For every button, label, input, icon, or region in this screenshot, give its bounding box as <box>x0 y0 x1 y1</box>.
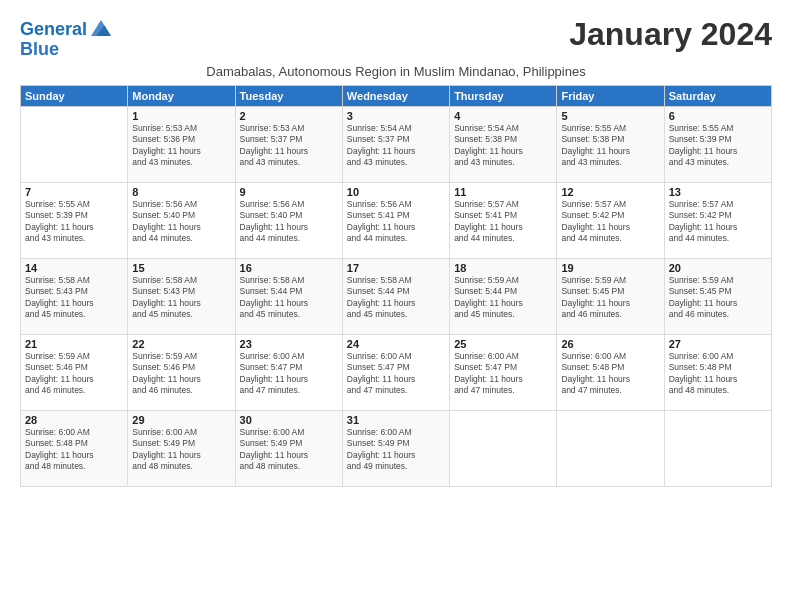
day-number: 24 <box>347 338 445 350</box>
calendar-cell: 17Sunrise: 5:58 AM Sunset: 5:44 PM Dayli… <box>342 258 449 334</box>
day-number: 30 <box>240 414 338 426</box>
day-info: Sunrise: 5:57 AM Sunset: 5:42 PM Dayligh… <box>561 199 659 245</box>
calendar-cell: 14Sunrise: 5:58 AM Sunset: 5:43 PM Dayli… <box>21 258 128 334</box>
day-number: 13 <box>669 186 767 198</box>
logo-text2: Blue <box>20 40 111 60</box>
day-number: 2 <box>240 110 338 122</box>
day-info: Sunrise: 5:56 AM Sunset: 5:40 PM Dayligh… <box>240 199 338 245</box>
day-number: 11 <box>454 186 552 198</box>
day-info: Sunrise: 5:53 AM Sunset: 5:37 PM Dayligh… <box>240 123 338 169</box>
week-row-2: 7Sunrise: 5:55 AM Sunset: 5:39 PM Daylig… <box>21 182 772 258</box>
week-row-3: 14Sunrise: 5:58 AM Sunset: 5:43 PM Dayli… <box>21 258 772 334</box>
day-number: 10 <box>347 186 445 198</box>
day-info: Sunrise: 5:59 AM Sunset: 5:46 PM Dayligh… <box>25 351 123 397</box>
day-number: 21 <box>25 338 123 350</box>
logo-text: General <box>20 20 87 40</box>
day-info: Sunrise: 5:59 AM Sunset: 5:45 PM Dayligh… <box>561 275 659 321</box>
day-info: Sunrise: 6:00 AM Sunset: 5:47 PM Dayligh… <box>454 351 552 397</box>
day-info: Sunrise: 6:00 AM Sunset: 5:48 PM Dayligh… <box>669 351 767 397</box>
day-info: Sunrise: 5:55 AM Sunset: 5:39 PM Dayligh… <box>25 199 123 245</box>
header-row: Sunday Monday Tuesday Wednesday Thursday… <box>21 85 772 106</box>
day-number: 23 <box>240 338 338 350</box>
day-number: 16 <box>240 262 338 274</box>
day-info: Sunrise: 6:00 AM Sunset: 5:49 PM Dayligh… <box>240 427 338 473</box>
day-info: Sunrise: 5:58 AM Sunset: 5:43 PM Dayligh… <box>25 275 123 321</box>
calendar-cell: 24Sunrise: 6:00 AM Sunset: 5:47 PM Dayli… <box>342 334 449 410</box>
calendar-cell: 5Sunrise: 5:55 AM Sunset: 5:38 PM Daylig… <box>557 106 664 182</box>
col-saturday: Saturday <box>664 85 771 106</box>
calendar-cell: 29Sunrise: 6:00 AM Sunset: 5:49 PM Dayli… <box>128 410 235 486</box>
day-number: 27 <box>669 338 767 350</box>
month-title: January 2024 <box>569 16 772 53</box>
logo: General Blue <box>20 20 111 60</box>
calendar-cell: 8Sunrise: 5:56 AM Sunset: 5:40 PM Daylig… <box>128 182 235 258</box>
header: General Blue January 2024 <box>20 16 772 60</box>
calendar-cell: 20Sunrise: 5:59 AM Sunset: 5:45 PM Dayli… <box>664 258 771 334</box>
calendar-cell: 16Sunrise: 5:58 AM Sunset: 5:44 PM Dayli… <box>235 258 342 334</box>
col-monday: Monday <box>128 85 235 106</box>
day-info: Sunrise: 6:00 AM Sunset: 5:48 PM Dayligh… <box>25 427 123 473</box>
day-number: 9 <box>240 186 338 198</box>
calendar-cell: 25Sunrise: 6:00 AM Sunset: 5:47 PM Dayli… <box>450 334 557 410</box>
col-friday: Friday <box>557 85 664 106</box>
calendar-cell: 28Sunrise: 6:00 AM Sunset: 5:48 PM Dayli… <box>21 410 128 486</box>
day-number: 6 <box>669 110 767 122</box>
day-info: Sunrise: 5:58 AM Sunset: 5:43 PM Dayligh… <box>132 275 230 321</box>
calendar-cell: 12Sunrise: 5:57 AM Sunset: 5:42 PM Dayli… <box>557 182 664 258</box>
calendar-cell: 27Sunrise: 6:00 AM Sunset: 5:48 PM Dayli… <box>664 334 771 410</box>
col-thursday: Thursday <box>450 85 557 106</box>
day-info: Sunrise: 5:55 AM Sunset: 5:39 PM Dayligh… <box>669 123 767 169</box>
day-info: Sunrise: 5:59 AM Sunset: 5:44 PM Dayligh… <box>454 275 552 321</box>
calendar-cell: 6Sunrise: 5:55 AM Sunset: 5:39 PM Daylig… <box>664 106 771 182</box>
calendar-cell: 19Sunrise: 5:59 AM Sunset: 5:45 PM Dayli… <box>557 258 664 334</box>
calendar-cell: 30Sunrise: 6:00 AM Sunset: 5:49 PM Dayli… <box>235 410 342 486</box>
day-info: Sunrise: 5:58 AM Sunset: 5:44 PM Dayligh… <box>347 275 445 321</box>
calendar-table: Sunday Monday Tuesday Wednesday Thursday… <box>20 85 772 487</box>
calendar-cell: 21Sunrise: 5:59 AM Sunset: 5:46 PM Dayli… <box>21 334 128 410</box>
calendar-cell: 10Sunrise: 5:56 AM Sunset: 5:41 PM Dayli… <box>342 182 449 258</box>
calendar-cell <box>450 410 557 486</box>
day-number: 31 <box>347 414 445 426</box>
day-number: 17 <box>347 262 445 274</box>
day-info: Sunrise: 5:58 AM Sunset: 5:44 PM Dayligh… <box>240 275 338 321</box>
col-wednesday: Wednesday <box>342 85 449 106</box>
calendar-cell: 13Sunrise: 5:57 AM Sunset: 5:42 PM Dayli… <box>664 182 771 258</box>
day-number: 29 <box>132 414 230 426</box>
day-info: Sunrise: 5:59 AM Sunset: 5:45 PM Dayligh… <box>669 275 767 321</box>
day-info: Sunrise: 6:00 AM Sunset: 5:48 PM Dayligh… <box>561 351 659 397</box>
day-number: 8 <box>132 186 230 198</box>
day-number: 18 <box>454 262 552 274</box>
day-info: Sunrise: 5:53 AM Sunset: 5:36 PM Dayligh… <box>132 123 230 169</box>
day-number: 7 <box>25 186 123 198</box>
day-info: Sunrise: 6:00 AM Sunset: 5:49 PM Dayligh… <box>132 427 230 473</box>
day-number: 12 <box>561 186 659 198</box>
day-info: Sunrise: 5:57 AM Sunset: 5:42 PM Dayligh… <box>669 199 767 245</box>
week-row-1: 1Sunrise: 5:53 AM Sunset: 5:36 PM Daylig… <box>21 106 772 182</box>
calendar-cell: 2Sunrise: 5:53 AM Sunset: 5:37 PM Daylig… <box>235 106 342 182</box>
calendar-cell: 31Sunrise: 6:00 AM Sunset: 5:49 PM Dayli… <box>342 410 449 486</box>
day-info: Sunrise: 5:57 AM Sunset: 5:41 PM Dayligh… <box>454 199 552 245</box>
calendar-cell <box>557 410 664 486</box>
calendar-cell: 18Sunrise: 5:59 AM Sunset: 5:44 PM Dayli… <box>450 258 557 334</box>
calendar-cell: 3Sunrise: 5:54 AM Sunset: 5:37 PM Daylig… <box>342 106 449 182</box>
day-info: Sunrise: 5:54 AM Sunset: 5:38 PM Dayligh… <box>454 123 552 169</box>
day-info: Sunrise: 5:56 AM Sunset: 5:41 PM Dayligh… <box>347 199 445 245</box>
logo-icon <box>91 18 111 38</box>
day-number: 3 <box>347 110 445 122</box>
day-number: 5 <box>561 110 659 122</box>
day-info: Sunrise: 5:55 AM Sunset: 5:38 PM Dayligh… <box>561 123 659 169</box>
day-number: 1 <box>132 110 230 122</box>
day-info: Sunrise: 6:00 AM Sunset: 5:47 PM Dayligh… <box>240 351 338 397</box>
calendar-cell <box>21 106 128 182</box>
calendar-page: General Blue January 2024 Damabalas, Aut… <box>0 0 792 612</box>
day-info: Sunrise: 5:54 AM Sunset: 5:37 PM Dayligh… <box>347 123 445 169</box>
calendar-cell: 9Sunrise: 5:56 AM Sunset: 5:40 PM Daylig… <box>235 182 342 258</box>
day-number: 14 <box>25 262 123 274</box>
week-row-4: 21Sunrise: 5:59 AM Sunset: 5:46 PM Dayli… <box>21 334 772 410</box>
calendar-cell: 4Sunrise: 5:54 AM Sunset: 5:38 PM Daylig… <box>450 106 557 182</box>
calendar-cell: 11Sunrise: 5:57 AM Sunset: 5:41 PM Dayli… <box>450 182 557 258</box>
day-info: Sunrise: 6:00 AM Sunset: 5:49 PM Dayligh… <box>347 427 445 473</box>
day-info: Sunrise: 6:00 AM Sunset: 5:47 PM Dayligh… <box>347 351 445 397</box>
day-number: 19 <box>561 262 659 274</box>
day-number: 26 <box>561 338 659 350</box>
